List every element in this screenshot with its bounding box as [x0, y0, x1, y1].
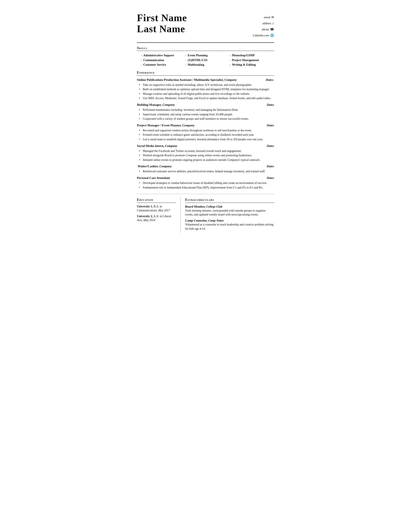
job-5-header: Personal Care Attendant Dates: [137, 176, 274, 180]
experience-section: Experience Online Publications Productio…: [137, 70, 274, 190]
bullet: Fundamental role in Independent Educatio…: [139, 185, 274, 190]
skill-label: Project Management: [232, 58, 259, 62]
skill-label: Event Planning: [188, 53, 207, 57]
address-icon: ⌂: [272, 20, 274, 26]
extracurr-0-title: Board Member, College Club: [185, 204, 274, 209]
experience-title: Experience: [137, 70, 274, 76]
job-0-header: Online Publications Production Assistant…: [137, 78, 274, 82]
job-3-header: Social Media Intern, Company Dates: [137, 144, 274, 148]
bullet: Formed event schedule to enhance guest s…: [139, 133, 274, 137]
bullet: Cooperated with a variety of student gro…: [139, 117, 274, 121]
skill-item: - Writing & Editing: [230, 62, 274, 67]
job-4-title: Waiter/Cashier, Company: [137, 164, 172, 169]
header: First Name Last Name email ✉ address ⌂ p…: [137, 12, 274, 39]
email-icon: ✉: [271, 15, 274, 20]
job-3: Social Media Intern, Company Dates Manag…: [137, 144, 274, 162]
bullet: Use iMIS, Access, Mediasite, Sound Forge…: [139, 96, 274, 101]
contact-block: email ✉ address ⌂ phone ☎ Linkedin.com 🌐: [253, 12, 274, 39]
skill-label: (X)HTML/CSS: [188, 58, 207, 62]
skill-item: - (X)HTML/CSS: [185, 58, 229, 62]
phone-icon: ☎: [270, 27, 274, 32]
extracurr-item-1: Camp Counselor, Camp Name Volunteered as…: [185, 218, 274, 231]
job-0-dates: Dates-: [266, 78, 274, 82]
skill-label: Administrative Support: [143, 53, 174, 57]
linkedin-row: Linkedin.com 🌐: [253, 33, 274, 38]
job-2-header: Project Manager / Event Planner, Company…: [137, 123, 274, 128]
job-1-header: Building Manager, Company Dates: [137, 103, 274, 107]
bullet: Managed the Facebook and Twitter account…: [139, 149, 274, 153]
extracurr-1-desc: Volunteered as a counselor to teach lead…: [185, 223, 274, 231]
bullet: Manage creation and uploading of all dig…: [139, 92, 274, 96]
skills-col-1: - Administrative Support - Communication…: [141, 53, 185, 67]
edu-item-1: University 2, A.A. in Liberal Arts, May …: [137, 214, 176, 222]
skills-title: Skills: [137, 46, 274, 51]
skill-item: - Customer Service: [141, 62, 185, 67]
extracurriculars-section: Extracurriculars Board Member, College C…: [181, 197, 274, 232]
extracurr-1-title: Camp Counselor, Camp Name: [185, 218, 274, 223]
job-0: Online Publications Production Assistant…: [137, 78, 274, 101]
bottom-section: Education University 1, B.A. in Communic…: [137, 194, 274, 232]
bullet: Built on established methods to optimize…: [139, 87, 274, 92]
job-2-title: Project Manager / Event Planner, Company: [137, 123, 194, 128]
name-block: First Name Last Name: [137, 12, 253, 35]
job-0-title: Online Publications Production Assistant…: [137, 78, 237, 82]
address-row: address ⌂: [253, 20, 274, 26]
job-5-title: Personal Care Attendant: [137, 176, 170, 180]
skill-item: - Project Management: [230, 58, 274, 62]
bullet: Take on supportive roles as needed inclu…: [139, 83, 274, 87]
bullet: Developed strategies to combat behaviora…: [139, 181, 274, 185]
job-4: Waiter/Cashier, Company Dates Reinforced…: [137, 164, 274, 174]
education-section: Education University 1, B.A. in Communic…: [137, 197, 181, 232]
skill-item: - Multitasking: [185, 62, 229, 67]
bullet: Reinforced customer service abilities, p…: [139, 169, 274, 174]
phone-label: phone: [262, 27, 269, 32]
bullet: Recruited and organized vendors/artists …: [139, 128, 274, 133]
job-2-bullets: Recruited and organized vendors/artists …: [139, 128, 274, 142]
address-label: address: [262, 21, 271, 26]
bullet: Initiated online events to promote ongoi…: [139, 158, 274, 162]
first-name: First Name: [137, 12, 253, 23]
job-0-bullets: Take on supportive roles as needed inclu…: [139, 83, 274, 101]
skill-label: Communication: [143, 58, 164, 62]
extracurr-item-0: Board Member, College Club Took meeting …: [185, 204, 274, 217]
job-5-bullets: Developed strategies to combat behaviora…: [139, 181, 274, 190]
skills-section: Skills - Administrative Support - Commun…: [137, 46, 274, 67]
job-2: Project Manager / Event Planner, Company…: [137, 123, 274, 142]
skills-grid: - Administrative Support - Communication…: [141, 53, 274, 67]
job-5: Personal Care Attendant Dates Developed …: [137, 176, 274, 190]
job-3-title: Social Media Intern, Company: [137, 144, 177, 148]
job-3-dates: Dates: [267, 144, 274, 148]
linkedin-icon: 🌐: [270, 33, 274, 38]
skill-label: Photoshop/GIMP: [232, 53, 255, 57]
skills-col-3: - Photoshop/GIMP - Project Management - …: [230, 53, 274, 67]
last-name: Last Name: [137, 23, 253, 35]
job-4-bullets: Reinforced customer service abilities, p…: [139, 169, 274, 174]
job-2-dates: Dates: [267, 123, 274, 128]
email-label: email: [264, 15, 270, 20]
skill-item: - Photoshop/GIMP: [230, 53, 274, 57]
job-4-dates: Dates: [267, 164, 274, 169]
skill-label: Multitasking: [188, 63, 204, 67]
edu-item-0: University 1, B.A. in Communications, Ma…: [137, 204, 176, 213]
education-title: Education: [137, 197, 176, 203]
job-5-dates: Dates: [267, 176, 274, 180]
job-3-bullets: Managed the Facebook and Twitter account…: [139, 149, 274, 162]
extracurr-0-desc: Took meeting minutes, corresponded with …: [185, 209, 274, 217]
job-1-bullets: Performed maintenance including: invento…: [139, 108, 274, 121]
bullet: Led a small team to establish digital pr…: [139, 137, 274, 142]
skill-label: Writing & Editing: [232, 63, 256, 67]
linkedin-label: Linkedin.com: [253, 33, 269, 38]
job-1-title: Building Manager, Company: [137, 103, 175, 107]
bullet: Performed maintenance including: invento…: [139, 108, 274, 112]
skill-item: - Administrative Support: [141, 53, 185, 57]
extracurriculars-title: Extracurriculars: [185, 197, 274, 203]
job-1-dates: Dates: [267, 103, 274, 107]
job-4-header: Waiter/Cashier, Company Dates: [137, 164, 274, 169]
skill-item: - Communication: [141, 58, 185, 62]
header-divider: [137, 42, 274, 43]
bullet: Supervised, scheduled, and setup various…: [139, 112, 274, 117]
email-row: email ✉: [253, 15, 274, 20]
phone-row: phone ☎: [253, 27, 274, 32]
skill-item: - Event Planning: [185, 53, 229, 57]
skill-label: Customer Service: [143, 63, 166, 67]
